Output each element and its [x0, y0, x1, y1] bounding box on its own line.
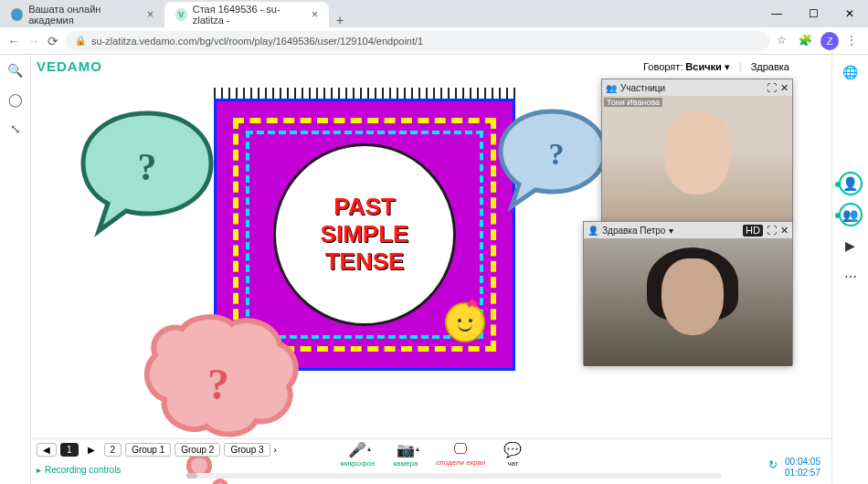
question-mark-icon: ?	[207, 358, 229, 408]
room-overflow-icon[interactable]: ›	[274, 445, 277, 455]
close-window-button[interactable]: ✕	[831, 0, 868, 27]
profile-avatar[interactable]: Z	[820, 32, 839, 50]
mic-button[interactable]: 🎤▴ микрофон	[341, 441, 376, 468]
zoom-in-icon[interactable]: 🔍	[5, 60, 26, 80]
expand-icon[interactable]: ⛶	[767, 225, 777, 237]
recording-label: Recording controls	[45, 465, 121, 475]
new-tab-button[interactable]: +	[329, 13, 351, 27]
expand-icon[interactable]: ⛶	[767, 82, 777, 94]
speech-bubble-teal: ?	[69, 104, 225, 241]
speaking-label: Говорят: Всички ▾	[643, 61, 730, 73]
speech-bubble-blue: ?	[497, 104, 616, 214]
chat-label: чат	[507, 459, 518, 468]
app-root: 🔍 ◯ ⤡ VEDAMO Говорят: Всички ▾ | Здравка…	[0, 55, 868, 484]
chevron-down-icon[interactable]: ▾	[669, 226, 673, 236]
camera-button[interactable]: 📷▴ камера	[393, 441, 418, 468]
minimize-button[interactable]: —	[758, 0, 795, 27]
globe-icon: 🌐	[11, 8, 23, 21]
more-tool-icon[interactable]: ⋯	[839, 265, 863, 289]
top-bar: Говорят: Всички ▾ | Здравка	[643, 55, 789, 79]
close-icon[interactable]: ✕	[780, 225, 789, 237]
room-tab[interactable]: 1	[60, 443, 79, 457]
left-toolbar: 🔍 ◯ ⤡	[0, 55, 31, 484]
play-tool-icon[interactable]: ▶	[839, 234, 863, 258]
person-icon: 👤	[587, 226, 598, 236]
share-label: сподели екран	[436, 458, 485, 467]
camera-label: камера	[393, 459, 418, 468]
vedamo-favicon-icon: V	[175, 8, 187, 21]
spiral-binding	[214, 88, 515, 99]
menu-icon[interactable]: ⋮	[846, 34, 861, 48]
media-controls: 🎤▴ микрофон 📷▴ камера 🖵 сподели екран 💬 …	[341, 441, 523, 468]
address-bar: ← → ⟳ 🔒 su-zlatitza.vedamo.com/bg/vcl/ro…	[0, 27, 868, 55]
question-mark-icon: ?	[138, 145, 157, 189]
back-button[interactable]: ←	[7, 34, 20, 48]
mic-label: микрофон	[341, 459, 376, 468]
slide-line-2: SIMPLE	[321, 221, 409, 248]
close-icon[interactable]: ✕	[780, 82, 789, 94]
tab-title: Стая 1649536 - su-zlatitza -	[193, 4, 306, 26]
browser-tab[interactable]: 🌐 Вашата онлайн академия ×	[0, 2, 164, 27]
room-tab[interactable]: 2	[104, 443, 122, 457]
participant-name: Тони Иванова	[604, 98, 662, 107]
group-tool-button[interactable]: 👥	[839, 203, 863, 226]
speaking-value[interactable]: Всички	[685, 61, 721, 72]
participant-video[interactable]: Тони Иванова	[602, 96, 792, 224]
slide-line-3: TENSE	[325, 248, 405, 276]
app-logo: VEDAMO	[37, 58, 102, 74]
panel-title: Здравка Петро	[602, 226, 665, 236]
url-input[interactable]: 🔒 su-zlatitza.vedamo.com/bg/vcl/room/pla…	[66, 31, 769, 51]
chat-icon: 💬	[503, 441, 522, 458]
mic-icon: 🎤	[348, 441, 366, 458]
speaking-text: Говорят:	[643, 61, 683, 72]
camera-icon: 📷	[397, 441, 415, 458]
close-icon[interactable]: ×	[312, 8, 318, 21]
separator: |	[739, 61, 742, 72]
recording-controls-toggle[interactable]: Recording controls	[37, 465, 121, 475]
forward-button[interactable]: →	[27, 34, 40, 48]
room-tabs: ◀ 1 ▶ 2 Group 1 Group 2 Group 3 ›	[37, 443, 277, 457]
window-controls: — ☐ ✕	[758, 0, 868, 27]
participants-panel[interactable]: 👥 Участници ⛶ ✕ Тони Иванова	[601, 79, 793, 223]
slide-title-oval: PAST SIMPLE TENSE	[273, 143, 456, 326]
main-area: VEDAMO Говорят: Всички ▾ | Здравка PAST …	[31, 55, 831, 484]
puzzle-icon[interactable]: 🧩	[799, 34, 813, 48]
right-toolbar: 🌐 👤 👥 ▶ ⋯	[831, 55, 868, 484]
participant-tool-button[interactable]: 👤	[839, 172, 863, 195]
panel-title: Участници	[620, 83, 665, 93]
chevron-down-icon[interactable]: ▾	[725, 61, 730, 73]
browser-titlebar: 🌐 Вашата онлайн академия × V Стая 164953…	[0, 0, 868, 27]
room-next-button[interactable]: ▶	[82, 444, 101, 456]
chat-button[interactable]: 💬 чат	[503, 441, 522, 468]
collapse-icon[interactable]: ⤡	[5, 119, 26, 139]
close-icon[interactable]: ×	[147, 8, 153, 21]
timeline-fill	[186, 473, 197, 479]
globe-tool-icon[interactable]: 🌐	[839, 60, 863, 84]
slide-line-1: PAST	[333, 194, 395, 221]
screen-icon: 🖵	[453, 441, 468, 458]
reload-button[interactable]: ⟳	[48, 34, 58, 48]
question-mark-icon: ?	[549, 137, 565, 172]
time-elapsed: 00:04:05	[785, 457, 820, 468]
circle-tool-icon[interactable]: ◯	[5, 89, 26, 110]
panel-header[interactable]: 👤 Здравка Петро ▾ HD ⛶ ✕	[584, 222, 792, 238]
presenter-panel[interactable]: 👤 Здравка Петро ▾ HD ⛶ ✕	[583, 221, 793, 365]
extensions-icon[interactable]: ☆	[777, 34, 791, 48]
maximize-button[interactable]: ☐	[795, 0, 831, 27]
lock-icon: 🔒	[75, 36, 86, 46]
current-user: Здравка	[751, 61, 789, 72]
timers: ↻ 00:04:05 01:02:57	[785, 457, 820, 479]
room-tab[interactable]: Group 3	[224, 443, 270, 457]
room-tab[interactable]: Group 1	[125, 443, 171, 457]
timeline-scrubber[interactable]	[186, 473, 722, 479]
bottom-bar: ◀ 1 ▶ 2 Group 1 Group 2 Group 3 › Record…	[31, 438, 831, 484]
browser-tab-active[interactable]: V Стая 1649536 - su-zlatitza - ×	[164, 2, 329, 27]
share-screen-button[interactable]: 🖵 сподели екран	[436, 441, 485, 468]
room-tab[interactable]: Group 2	[175, 443, 220, 457]
smiley-icon	[445, 302, 485, 342]
people-icon: 👥	[606, 83, 617, 93]
clock-icon: ↻	[768, 458, 778, 471]
room-prev-button[interactable]: ◀	[37, 443, 57, 457]
panel-header[interactable]: 👥 Участници ⛶ ✕	[602, 79, 792, 96]
presenter-video[interactable]	[584, 238, 792, 366]
